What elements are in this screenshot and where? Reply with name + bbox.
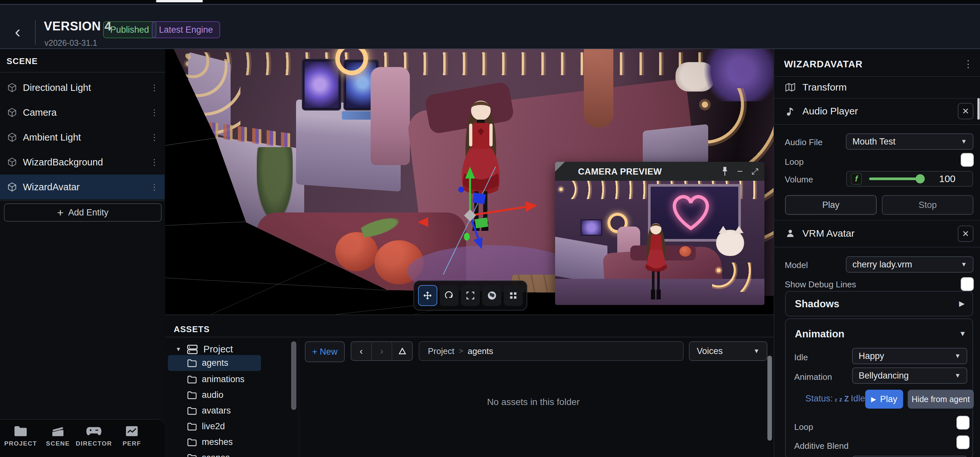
- folder-row-avatars[interactable]: avatars: [165, 403, 296, 419]
- transform-gizmo[interactable]: [394, 157, 564, 275]
- audio-file-select[interactable]: Mouth Test ▼: [846, 133, 974, 150]
- sidebar-item-label: WizardBackground: [23, 157, 103, 168]
- viewport-3d[interactable]: CAMERA PREVIEW − ⤢: [165, 49, 773, 314]
- animation-play-button[interactable]: ▶ Play: [865, 390, 903, 409]
- cube-icon: [7, 182, 17, 192]
- audio-player-section-header[interactable]: Audio Player: [774, 98, 980, 124]
- rotate-tool-button[interactable]: [440, 285, 458, 306]
- folder-label: animations: [202, 374, 245, 384]
- new-asset-button[interactable]: + New: [305, 341, 345, 362]
- tab-director[interactable]: DIRECTOR: [76, 425, 112, 447]
- divider: [0, 200, 164, 201]
- back-button[interactable]: ‹: [9, 22, 26, 41]
- transform-section-header[interactable]: Transform: [774, 76, 980, 98]
- loop-checkbox[interactable]: [961, 154, 973, 166]
- folder-icon: [14, 425, 27, 437]
- snap-grid-button[interactable]: [504, 285, 523, 306]
- sidebar-item-wizardavatar[interactable]: WizardAvatar ⋮: [0, 175, 164, 199]
- sidebar-item-camera[interactable]: Camera ⋮: [0, 100, 164, 125]
- caret-down-icon[interactable]: ▼: [959, 330, 966, 338]
- pin-button[interactable]: [719, 165, 731, 178]
- move-tool-button[interactable]: [418, 285, 438, 306]
- chevron-right-icon: ›: [380, 346, 383, 357]
- kebab-menu-icon[interactable]: ⋮: [150, 83, 159, 93]
- shadows-section[interactable]: Shadows ▶: [785, 291, 973, 316]
- additive-blend-checkbox[interactable]: [957, 436, 969, 449]
- volume-slider-track[interactable]: [869, 178, 924, 180]
- vrm-avatar-title: VRM Avatar: [802, 228, 855, 239]
- volume-slider-thumb[interactable]: [916, 174, 925, 183]
- scale-tool-button[interactable]: [461, 285, 480, 306]
- tab-scene[interactable]: SCENE: [40, 425, 76, 447]
- sidebar-item-wizardbackground[interactable]: WizardBackground ⋮: [0, 150, 164, 175]
- resize-handle-icon[interactable]: [555, 162, 565, 171]
- viewport-toolbar: [414, 281, 527, 311]
- sidebar-item-ambient-light[interactable]: Ambient Light ⋮: [0, 125, 164, 150]
- animation-loop-checkbox[interactable]: [957, 416, 969, 429]
- tree-root-label: Project: [204, 344, 233, 355]
- folder-row-agents[interactable]: agents: [168, 355, 261, 371]
- kebab-menu-icon[interactable]: ⋮: [150, 132, 159, 143]
- camera-preview-window[interactable]: CAMERA PREVIEW − ⤢: [555, 162, 764, 305]
- camera-preview-title: CAMERA PREVIEW: [578, 167, 662, 177]
- audio-player-close-button[interactable]: ✕: [958, 103, 974, 119]
- gizmo-z-axis-arrow: [473, 237, 482, 249]
- assets-header: ASSETS: [174, 324, 210, 335]
- model-select[interactable]: cherry lady.vrm ▼: [846, 256, 974, 273]
- gizmo-dot-green: [464, 233, 470, 241]
- cube-icon: [7, 157, 17, 167]
- tab-project-label: PROJECT: [4, 440, 37, 447]
- browser-tab-indicator: [156, 0, 203, 2]
- folder-row-live2d[interactable]: live2d: [165, 419, 296, 435]
- expand-button[interactable]: ⤢: [749, 165, 761, 178]
- sidebar-item-directional-light[interactable]: Directional Light ⋮: [0, 75, 164, 100]
- animation-play-label: Play: [880, 394, 897, 405]
- audio-stop-button[interactable]: Stop: [882, 195, 974, 215]
- asset-filter-dropdown[interactable]: Voices ▼: [689, 341, 767, 361]
- camera-preview-image: [555, 181, 764, 305]
- tree-caret-icon[interactable]: ▼: [176, 346, 181, 353]
- folder-row-meshes[interactable]: meshes: [165, 434, 296, 450]
- camera-preview-header[interactable]: CAMERA PREVIEW − ⤢: [555, 162, 764, 181]
- assets-folder-tree: ▼ Project agents animations audio avatar…: [165, 337, 299, 457]
- kebab-menu-icon[interactable]: ⋮: [963, 58, 973, 70]
- vrm-avatar-section-header[interactable]: VRM Avatar: [774, 220, 980, 247]
- tree-scrollbar[interactable]: [291, 341, 296, 410]
- folder-row-scenes[interactable]: scenes: [165, 450, 296, 457]
- audio-play-button[interactable]: Play: [785, 195, 877, 215]
- hide-from-agent-button[interactable]: Hide from agent: [908, 390, 974, 409]
- minimize-button[interactable]: −: [734, 165, 746, 178]
- breadcrumb[interactable]: Project > agents: [419, 341, 684, 361]
- sleep-icon-2: z: [839, 396, 843, 403]
- idle-select[interactable]: Happy ▼: [852, 348, 967, 364]
- folder-row-animations[interactable]: animations: [165, 371, 296, 387]
- top-bar: ‹ VERSION 4 v2026-03-31.1 Published Late…: [0, 5, 980, 49]
- kebab-menu-icon[interactable]: ⋮: [150, 182, 159, 192]
- kebab-menu-icon[interactable]: ⋮: [150, 157, 159, 167]
- vrm-avatar-close-button[interactable]: ✕: [958, 225, 974, 242]
- tab-perf[interactable]: PERF: [114, 425, 150, 447]
- animation-extra-select-partial[interactable]: [852, 456, 967, 457]
- latest-engine-badge: Latest Engine: [152, 21, 220, 38]
- version-subtitle: v2026-03-31.1: [45, 38, 97, 48]
- tab-project[interactable]: PROJECT: [3, 425, 38, 447]
- breadcrumb-root[interactable]: Project: [428, 346, 454, 356]
- audio-player-title: Audio Player: [802, 106, 858, 117]
- nav-forward-button[interactable]: ›: [372, 342, 393, 360]
- caret-down-icon: ▼: [753, 348, 759, 355]
- animation-select[interactable]: Bellydancing ▼: [852, 367, 967, 384]
- inspector-panel: WIZARDAVATAR ⋮ Transform Audio Player ✕ …: [773, 49, 980, 457]
- audio-play-label: Play: [822, 200, 840, 210]
- add-entity-button[interactable]: + Add Entity: [4, 203, 162, 222]
- folder-label: meshes: [202, 437, 233, 447]
- nav-up-button[interactable]: [392, 342, 412, 360]
- world-space-button[interactable]: [482, 285, 501, 306]
- inspector-scrollbar[interactable]: [977, 98, 980, 120]
- kebab-menu-icon[interactable]: ⋮: [150, 108, 159, 118]
- folder-row-audio[interactable]: audio: [165, 387, 296, 403]
- assets-empty-message: No assets in this folder: [299, 397, 768, 407]
- volume-slider[interactable]: f 100: [846, 171, 973, 187]
- nav-back-button[interactable]: ‹: [351, 342, 372, 360]
- assets-scrollbar[interactable]: [767, 355, 772, 441]
- show-debug-lines-checkbox[interactable]: [961, 278, 973, 290]
